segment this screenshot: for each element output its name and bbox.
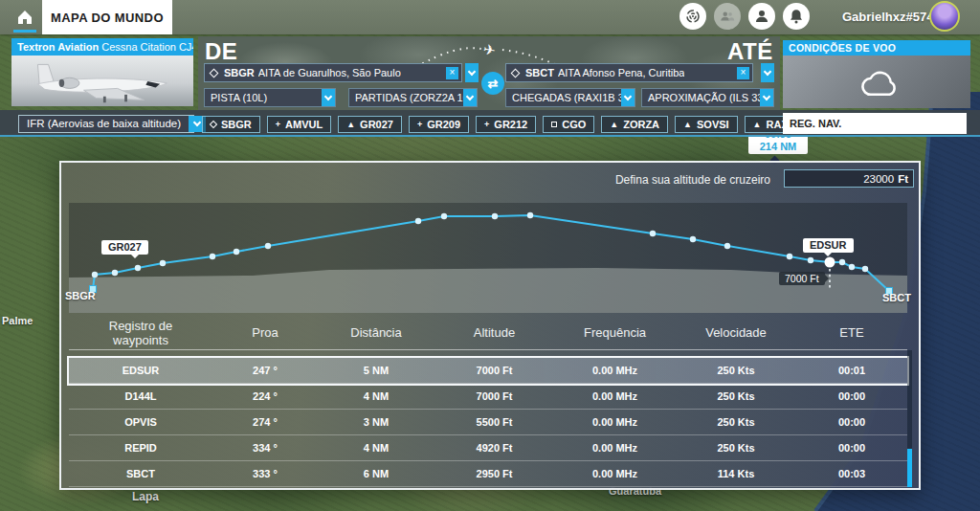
table-cell: 2950 Ft bbox=[434, 468, 554, 479]
departure-icao: SBGR bbox=[224, 67, 255, 78]
waypoint-chip-sbgr[interactable]: SBGR bbox=[202, 116, 260, 133]
friends-button[interactable] bbox=[714, 3, 741, 30]
airport-diamond-icon bbox=[511, 68, 521, 78]
swap-airports-button[interactable]: ⇄ bbox=[481, 72, 504, 95]
nav-log-toggle[interactable]: REG. NAV. bbox=[783, 113, 967, 134]
table-cell: 6 NM bbox=[318, 350, 434, 351]
bell-icon bbox=[788, 8, 805, 25]
username: Gabrielhxz#5745 bbox=[842, 10, 941, 24]
captains-log-button[interactable] bbox=[679, 3, 706, 30]
triangle-icon: ▲ bbox=[346, 121, 355, 129]
table-cell: 3 NM bbox=[318, 416, 434, 428]
chevron-down-icon bbox=[764, 67, 771, 75]
plus-icon: + bbox=[417, 121, 422, 129]
table-cell: 7000 Ft bbox=[434, 390, 554, 402]
avatar[interactable] bbox=[929, 1, 960, 32]
approach-select[interactable]: APROXIMAÇÃO (ILS 33-Y bbox=[641, 88, 774, 107]
from-heading: DE bbox=[205, 38, 237, 65]
table-row-opvis[interactable]: OPVIS274 °3 NM5500 Ft0.00 MHz250 Kts00:0… bbox=[69, 410, 907, 435]
arrival-procedure-dropdown-button[interactable] bbox=[621, 89, 635, 106]
table-row-sbct[interactable]: SBCT333 °6 NM2950 Ft0.00 MHz114 Kts00:03 bbox=[69, 461, 907, 487]
diamond-icon bbox=[210, 121, 217, 128]
table-row-repid[interactable]: REPID334 °4 NM4920 Ft0.00 MHz250 Kts00:0… bbox=[69, 435, 907, 461]
waypoint-chip-gr027[interactable]: ▲GR027 bbox=[338, 116, 402, 133]
waypoint-chip-list: SBGR+AMVUL▲GR027+GR209+GR212CGO▲ZORZA▲SO… bbox=[202, 116, 879, 133]
clear-departure-button[interactable]: × bbox=[446, 67, 458, 79]
cruise-altitude-value: 23000 bbox=[863, 173, 894, 185]
notifications-button[interactable] bbox=[783, 3, 810, 30]
departure-procedure-select[interactable]: PARTIDAS (ZORZ2A 10L) bbox=[348, 88, 478, 107]
table-cell: 0.00 MHz bbox=[554, 442, 676, 454]
departure-airport-field[interactable]: SBGR AITA de Guarulhos, São Paulo × bbox=[204, 63, 462, 82]
scrollbar-thumb[interactable] bbox=[907, 449, 912, 487]
approach-dropdown-button[interactable] bbox=[760, 89, 773, 106]
flight-conditions-panel[interactable]: CONDIÇÕES DE VOO bbox=[783, 40, 970, 108]
table-cell: 6 NM bbox=[318, 468, 434, 479]
table-cell: OPVIS bbox=[69, 416, 212, 428]
top-bar: MAPA DO MUNDO bbox=[0, 0, 980, 34]
column-header: Frequência bbox=[554, 316, 676, 349]
profile-end-label: SBCT bbox=[882, 292, 911, 303]
profile-icon bbox=[753, 8, 770, 25]
jet-illustration bbox=[16, 57, 189, 105]
arrival-procedure-select[interactable]: CHEGADAS (RAXI1B 33) bbox=[505, 88, 635, 107]
table-cell: 0.00 MHz bbox=[554, 350, 676, 351]
table-cell: 333 ° bbox=[212, 468, 318, 479]
aircraft-thumbnail bbox=[11, 56, 193, 106]
waypoint-chip-gr209[interactable]: +GR209 bbox=[409, 116, 469, 133]
table-cell: 247 ° bbox=[212, 350, 318, 351]
flight-rules-select[interactable]: IFR (Aerovias de baixa altitude) bbox=[18, 115, 194, 133]
waypoint-chip-sovsi[interactable]: ▲SOVSI bbox=[675, 116, 738, 133]
waypoint-chip-zorza[interactable]: ▲ZORZA bbox=[601, 116, 668, 133]
table-cell: 114 Kts bbox=[676, 468, 796, 479]
arrival-airport-field[interactable]: SBCT AITA Afonso Pena, Curitiba × bbox=[505, 63, 753, 82]
table-cell: 00:00 bbox=[796, 442, 907, 454]
chevron-down-icon bbox=[324, 92, 332, 100]
clipped-row-viewport: GATOV247 °6 NM8500 Ft0.00 MHz452 Kts00:0… bbox=[69, 350, 907, 358]
table-row-d144l[interactable]: D144L224 °4 NM7000 Ft0.00 MHz250 Kts00:0… bbox=[69, 384, 907, 410]
runway-select[interactable]: PISTA (10L) bbox=[204, 88, 336, 107]
table-cell: 00:01 bbox=[796, 365, 907, 376]
table-cell: 0.00 MHz bbox=[554, 365, 676, 376]
cruise-altitude-input[interactable]: 23000 Ft bbox=[784, 169, 914, 188]
arrival-airport-name: AITA Afonso Pena, Curitiba bbox=[558, 67, 684, 78]
arrival-procedure-value: CHEGADAS (RAXI1B 33) bbox=[506, 89, 621, 106]
runway-dropdown-button[interactable] bbox=[322, 89, 335, 106]
nav-log-rows: GATOV247 °6 NM8500 Ft0.00 MHz452 Kts00:0… bbox=[69, 350, 907, 487]
triangle-icon: ▲ bbox=[683, 121, 692, 129]
tab-label: MAPA DO MUNDO bbox=[51, 11, 164, 25]
table-cell: GATOV bbox=[69, 350, 212, 351]
table-cell: 00:00 bbox=[796, 416, 907, 428]
flight-conditions-title: CONDIÇÕES DE VOO bbox=[783, 40, 970, 56]
aircraft-brand: Textron Aviation bbox=[17, 41, 99, 53]
profile-button[interactable] bbox=[748, 3, 775, 30]
waypoint-chip-label: ZORZA bbox=[623, 119, 659, 130]
table-cell: 4 NM bbox=[318, 390, 434, 402]
column-header: ETE bbox=[796, 316, 907, 349]
departure-procedure-dropdown-button[interactable] bbox=[463, 89, 477, 106]
waypoint-chip-amvul[interactable]: +AMVUL bbox=[267, 116, 331, 133]
waypoint-chip-cgo[interactable]: CGO bbox=[543, 116, 594, 133]
table-row-edsur[interactable]: EDSUR247 °5 NM7000 Ft0.00 MHz250 Kts00:0… bbox=[69, 358, 907, 384]
table-cell: 250 Kts bbox=[676, 365, 796, 376]
departure-airport-name: AITA de Guarulhos, São Paulo bbox=[258, 67, 401, 78]
aircraft-title: Textron Aviation Cessna Citation CJ4 bbox=[11, 38, 193, 56]
clear-arrival-button[interactable]: × bbox=[737, 67, 749, 79]
world-map-screen: Palme Lapa Guaratuba 00:53 214 NM MAPA D… bbox=[0, 0, 980, 511]
tab-world-map[interactable]: MAPA DO MUNDO bbox=[42, 0, 172, 34]
table-row-gatov[interactable]: GATOV247 °6 NM8500 Ft0.00 MHz452 Kts00:0… bbox=[69, 350, 907, 358]
column-header: Distância bbox=[318, 316, 434, 349]
chevron-down-icon bbox=[468, 67, 476, 75]
table-cell: 00:00 bbox=[796, 350, 907, 351]
departure-dropdown-button[interactable] bbox=[465, 63, 479, 82]
home-button[interactable] bbox=[15, 8, 34, 27]
plus-icon: + bbox=[276, 121, 280, 129]
table-cell: 452 Kts bbox=[676, 350, 796, 351]
aircraft-panel[interactable]: Textron Aviation Cessna Citation CJ4 bbox=[11, 38, 193, 106]
altitude-profile-chart[interactable] bbox=[69, 203, 907, 313]
table-cell: 5 NM bbox=[318, 365, 434, 376]
table-cell: 00:00 bbox=[796, 390, 907, 402]
arrival-dropdown-button[interactable] bbox=[761, 63, 774, 82]
table-scrollbar[interactable] bbox=[907, 350, 912, 487]
waypoint-chip-gr212[interactable]: +GR212 bbox=[476, 116, 536, 133]
